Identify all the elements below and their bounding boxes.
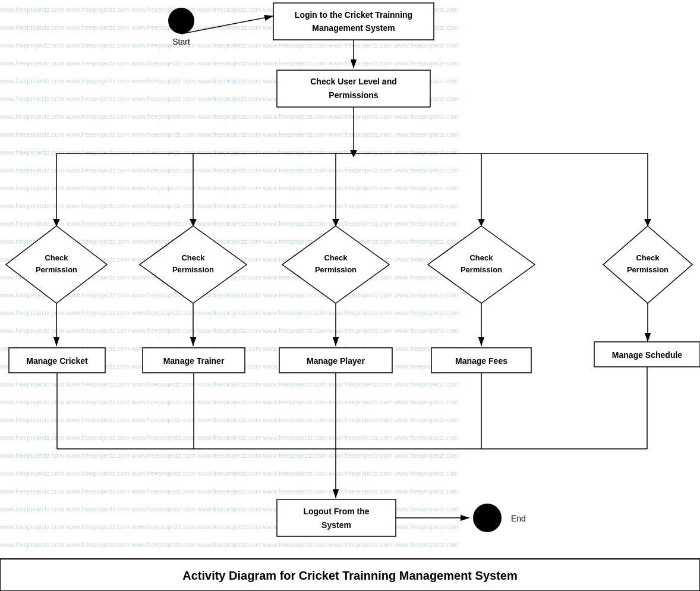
end-label: End (511, 514, 526, 523)
wm9: www.freeprojectz.com www.freeprojectz.co… (0, 149, 458, 156)
diamond5 (603, 226, 692, 303)
wm25: www.freeprojectz.com www.freeprojectz.co… (0, 434, 458, 441)
wm22: www.freeprojectz.com www.freeprojectz.co… (0, 381, 458, 388)
start-label: Start (172, 37, 190, 46)
title-text: Activity Diagram for Cricket Trainning M… (182, 569, 518, 582)
logout-box (277, 499, 396, 536)
activity-diagram: www.freeprojectz.com www.freeprojectz.co… (0, 0, 700, 591)
wm7: www.freeprojectz.com www.freeprojectz.co… (0, 113, 458, 120)
wm4: www.freeprojectz.com www.freeprojectz.co… (0, 59, 458, 67)
wm23: www.freeprojectz.com www.freeprojectz.co… (0, 398, 458, 405)
manage-trainer-text: Manage Trainer (163, 356, 225, 366)
wm8: www.freeprojectz.com www.freeprojectz.co… (0, 131, 458, 138)
manage-fees-text: Manage Fees (455, 356, 507, 366)
diamond1-text1: Check (45, 253, 68, 262)
login-text-2: Management System (312, 23, 395, 33)
check-level-text-2: Permissions (329, 90, 378, 100)
login-text-1: Login to the Cricket Trainning (295, 10, 412, 20)
wm27: www.freeprojectz.com www.freeprojectz.co… (0, 470, 458, 477)
wm3: www.freeprojectz.com www.freeprojectz.co… (0, 42, 458, 49)
wm11: www.freeprojectz.com www.freeprojectz.co… (0, 184, 458, 191)
check-level-box (277, 70, 430, 107)
wm28: www.freeprojectz.com www.freeprojectz.co… (0, 488, 458, 495)
diamond2-text1: Check (181, 253, 205, 262)
wm18: www.freeprojectz.com www.freeprojectz.co… (0, 309, 458, 316)
manage-cricket-text: Manage Cricket (26, 356, 88, 366)
diamond3-text1: Check (324, 253, 348, 262)
end-circle (473, 504, 502, 532)
wm24: www.freeprojectz.com www.freeprojectz.co… (0, 416, 458, 423)
wm10: www.freeprojectz.com www.freeprojectz.co… (0, 166, 458, 174)
wm12: www.freeprojectz.com www.freeprojectz.co… (0, 202, 458, 209)
diamond1-text2: Permission (36, 265, 77, 274)
logout-text-1: Logout From the (303, 507, 369, 516)
wm31: www.freeprojectz.com www.freeprojectz.co… (0, 541, 458, 548)
manage-schedule-text: Manage Schedule (612, 350, 682, 360)
diagram-container: www.freeprojectz.com www.freeprojectz.co… (0, 0, 700, 591)
start-circle (168, 8, 194, 34)
check-level-text-1: Check User Level and (310, 77, 397, 86)
diamond4-text2: Permission (461, 265, 502, 274)
diamond2-text2: Permission (172, 265, 214, 274)
diamond5-text1: Check (636, 253, 660, 262)
logout-text-2: System (321, 520, 351, 530)
login-box (273, 3, 434, 40)
wm13: www.freeprojectz.com www.freeprojectz.co… (0, 220, 458, 227)
manage-player-text: Manage Player (307, 356, 365, 366)
arrowhead-b4 (478, 219, 485, 227)
diamond4-text1: Check (469, 253, 493, 262)
diamond3-text2: Permission (315, 265, 357, 274)
wm19: www.freeprojectz.com www.freeprojectz.co… (0, 327, 458, 334)
diamond5-text2: Permission (627, 265, 669, 274)
wm26: www.freeprojectz.com www.freeprojectz.co… (0, 452, 458, 459)
